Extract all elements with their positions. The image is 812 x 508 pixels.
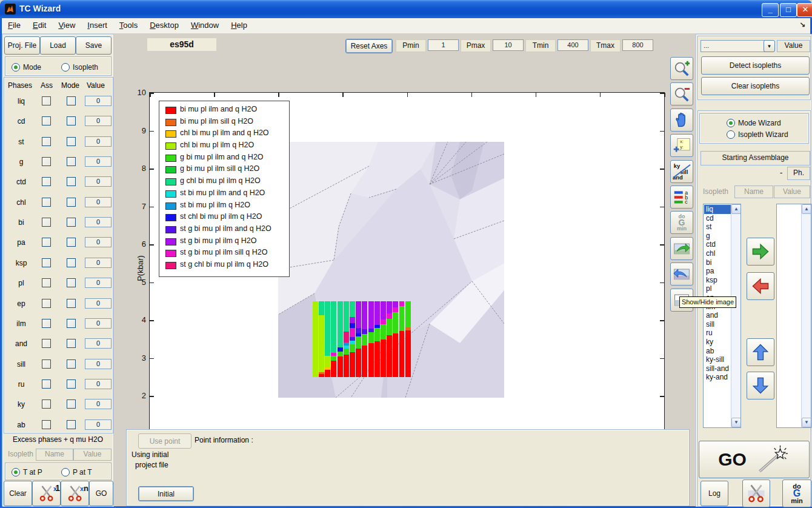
isopleth-name-field-right[interactable]: Name [734, 185, 773, 198]
ass-checkbox[interactable] [42, 420, 51, 429]
menu-insert[interactable]: Insert [81, 18, 113, 33]
p-at-t-radio[interactable]: P at T [61, 467, 92, 478]
ass-checkbox[interactable] [42, 299, 51, 308]
phase-list-item[interactable]: st [704, 222, 731, 232]
tmin-field[interactable]: 400 [557, 39, 588, 51]
isopleth-value-field[interactable]: Value [73, 449, 111, 461]
pan-button[interactable] [670, 109, 693, 132]
value-field[interactable]: 0 [85, 338, 111, 349]
scroll-up-icon[interactable]: ▲ [731, 204, 741, 214]
menu-desktop[interactable]: Desktop [144, 18, 185, 33]
data-cursor-button[interactable]: x:y: [670, 134, 693, 157]
value-field[interactable]: 0 [85, 176, 111, 187]
move-down-button[interactable] [747, 372, 774, 399]
move-up-button[interactable] [747, 338, 774, 366]
isopleth-dropdown[interactable]: ... [701, 40, 767, 52]
phase-list-item[interactable]: ab [704, 347, 731, 356]
triple-point-button[interactable]: kysilland [670, 160, 693, 183]
remove-phase-button[interactable] [747, 272, 774, 300]
ass-checkbox[interactable] [42, 379, 51, 389]
zoom-in-button[interactable] [670, 57, 693, 80]
ass-checkbox[interactable] [42, 116, 51, 125]
ass-checkbox[interactable] [42, 96, 51, 105]
mode-checkbox[interactable] [67, 399, 76, 409]
cut-xn-button[interactable]: xn [61, 481, 89, 506]
tmax-field[interactable]: 800 [622, 39, 653, 51]
image-forward-button[interactable] [670, 237, 693, 260]
phase-list-item[interactable]: ky-sill [704, 355, 731, 364]
minimize-button[interactable]: _ [762, 3, 779, 17]
mode-checkbox[interactable] [67, 339, 76, 348]
menu-file[interactable]: File [2, 18, 27, 33]
initial-button[interactable]: Initial [138, 486, 194, 501]
ass-checkbox[interactable] [42, 218, 51, 227]
proj-file-button[interactable]: Proj. File [4, 36, 40, 55]
go-small-button[interactable]: GO [89, 481, 113, 506]
value-field[interactable]: 0 [85, 156, 111, 167]
menu-window[interactable]: Window [185, 18, 225, 33]
ass-checkbox[interactable] [42, 319, 51, 328]
value-field[interactable]: 0 [85, 419, 111, 430]
ass-checkbox[interactable] [42, 399, 51, 409]
value-field[interactable]: 0 [85, 318, 111, 329]
scroll-down-icon[interactable]: ▼ [731, 418, 741, 427]
isopleth-value-field-right[interactable]: Value [774, 185, 810, 198]
mode-checkbox[interactable] [67, 218, 76, 227]
mode-checkbox[interactable] [67, 177, 76, 186]
menu-edit[interactable]: Edit [27, 18, 52, 33]
mode-checkbox[interactable] [67, 379, 76, 389]
ass-checkbox[interactable] [42, 177, 51, 186]
detect-isopleths-button[interactable]: Detect isopleths [701, 56, 810, 75]
do-g-min-button[interactable]: do G min [782, 480, 811, 507]
phase-list-item[interactable]: ru [704, 329, 731, 338]
pmax-field[interactable]: 10 [493, 39, 524, 51]
scroll-down-icon[interactable]: ▼ [802, 418, 811, 427]
do-g-min-toolbar-button[interactable]: doGmin [670, 211, 693, 234]
mode-checkbox[interactable] [67, 258, 76, 267]
reset-axes-button[interactable]: Reset Axes [345, 39, 393, 53]
mode-checkbox[interactable] [67, 96, 76, 105]
ass-checkbox[interactable] [42, 157, 51, 166]
mode-checkbox[interactable] [67, 157, 76, 166]
maximize-button[interactable]: □ [780, 3, 797, 17]
isopleth-radio[interactable]: Isopleth [61, 62, 98, 73]
mode-checkbox[interactable] [67, 238, 76, 247]
selected-phases-listbox[interactable]: ▲▼ [776, 204, 811, 428]
phase-list-item[interactable]: ksp [704, 276, 731, 285]
menu-tools[interactable]: Tools [113, 18, 144, 33]
go-wizard-button[interactable]: GO [699, 441, 810, 478]
value-field[interactable]: 0 [85, 96, 111, 106]
phase-list-item[interactable]: bi [704, 258, 731, 267]
isopleth-name-field[interactable]: Name [36, 449, 73, 461]
mode-radio[interactable]: Mode [12, 62, 41, 73]
scroll-up-icon[interactable]: ▲ [802, 204, 811, 214]
save-button[interactable]: Save [76, 36, 111, 55]
image-back-button[interactable] [670, 262, 693, 286]
mode-wizard-radio[interactable]: Mode Wizard [727, 118, 781, 129]
mode-checkbox[interactable] [67, 278, 76, 287]
phase-list-item[interactable]: ctd [704, 240, 731, 249]
phase-list-item[interactable]: ky-and [704, 373, 731, 382]
listbox-scrollbar[interactable]: ▲▼ [801, 204, 811, 427]
ass-checkbox[interactable] [42, 278, 51, 287]
value-field[interactable]: 0 [85, 359, 111, 369]
mode-checkbox[interactable] [67, 116, 76, 125]
value-field[interactable]: 0 [85, 278, 111, 288]
phase-list-item[interactable]: g [704, 232, 731, 241]
phase-list-item[interactable]: chl [704, 249, 731, 258]
value-field[interactable]: 0 [85, 258, 111, 268]
phase-list-item[interactable]: cd [704, 214, 731, 223]
phase-list-item[interactable]: sill [704, 320, 731, 329]
ass-checkbox[interactable] [42, 238, 51, 247]
phase-list-item[interactable]: liq [704, 205, 731, 214]
menu-help[interactable]: Help [225, 18, 253, 33]
value-field[interactable]: 0 [85, 136, 111, 147]
zoom-out-button[interactable] [670, 82, 693, 105]
phase-list-item[interactable]: and [704, 311, 731, 320]
value-field[interactable]: 0 [85, 379, 111, 389]
pmin-field[interactable]: 1 [428, 39, 459, 51]
load-button[interactable]: Load [40, 36, 76, 55]
menu-view[interactable]: View [52, 18, 81, 33]
mode-checkbox[interactable] [67, 359, 76, 369]
value-field[interactable]: 0 [85, 399, 111, 409]
